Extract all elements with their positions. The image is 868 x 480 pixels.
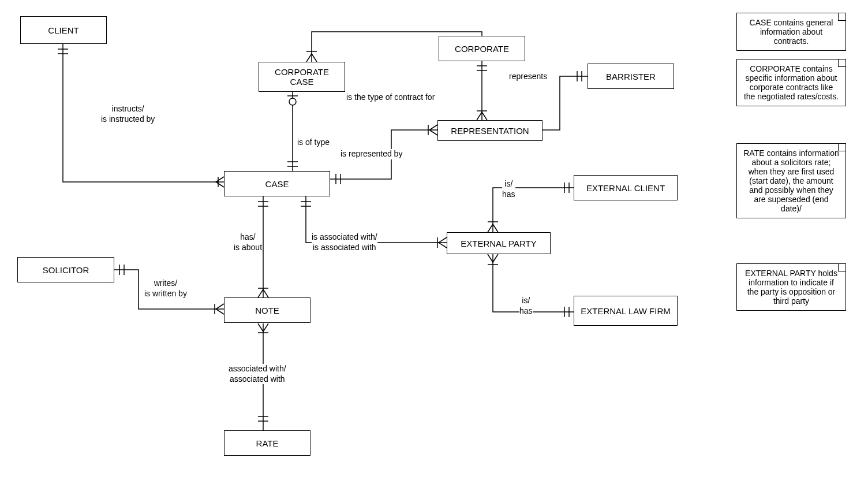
label-represented-by: is represented by (341, 149, 402, 159)
entity-corporate: CORPORATE (439, 36, 525, 61)
label-is-assoc: is associated with/ is associated with (312, 232, 377, 252)
label-represents: represents (509, 72, 547, 82)
note-corporate: CORPORATE contains specific information … (736, 59, 846, 106)
entity-external-party: EXTERNAL PARTY (447, 232, 551, 254)
label-instructs: instructs/ is instructed by (101, 104, 155, 124)
entity-representation: REPRESENTATION (437, 120, 542, 141)
label-writes: writes/ is written by (144, 278, 187, 299)
entity-barrister: BARRISTER (588, 64, 674, 89)
entity-corporate-case: CORPORATE CASE (259, 62, 345, 92)
label-has-about: has/ is about (234, 232, 262, 252)
label-ishas-elf: is/ has (519, 296, 533, 316)
label-ishas-ec: is/ has (502, 179, 515, 199)
label-type-contract: is the type of contract for (346, 92, 435, 103)
note-case: CASE contains general information about … (736, 13, 846, 51)
label-is-of-type: is of type (297, 137, 330, 148)
entity-solicitor: SOLICITOR (17, 257, 114, 282)
entity-external-law-firm: EXTERNAL LAW FIRM (574, 296, 678, 326)
note-rate: RATE contains information about a solici… (736, 143, 846, 218)
svg-point-4 (289, 98, 296, 105)
note-external-party: EXTERNAL PARTY holds information to indi… (736, 263, 846, 311)
entity-note: NOTE (224, 297, 310, 323)
label-assoc-rate: associated with/ associated with (229, 364, 286, 384)
entity-external-client: EXTERNAL CLIENT (574, 175, 678, 200)
entity-client: CLIENT (20, 16, 107, 44)
entity-rate: RATE (224, 430, 310, 456)
entity-case: CASE (224, 171, 330, 196)
